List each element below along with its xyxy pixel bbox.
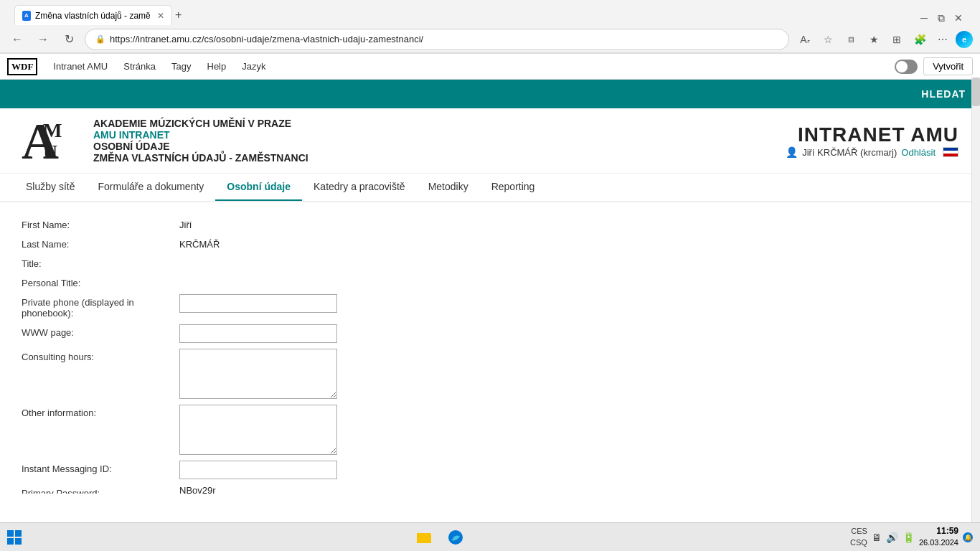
intranet-amu-title: INTRANET AMU — [798, 123, 958, 146]
extensions-btn[interactable]: 🧩 — [910, 29, 930, 50]
nav-sluzby[interactable]: Služby sítě — [14, 174, 86, 201]
instant-msg-label: Instant Messaging ID: — [22, 461, 179, 474]
taskbar-edge[interactable] — [441, 524, 470, 550]
start-btn[interactable] — [0, 523, 29, 552]
site-wrapper: WDF Intranet AMU Stránka Tagy Help Jazyk… — [0, 54, 980, 499]
amu-logo-svg: A M U — [22, 116, 79, 166]
title-row: Title: — [22, 255, 958, 269]
site-logo-text: WDF — [7, 58, 37, 75]
site-logo: A M U — [22, 116, 79, 166]
odhlasit-link[interactable]: Odhlásit — [901, 147, 936, 158]
clock-date: 26.03.2024 — [919, 537, 958, 548]
svg-text:M: M — [43, 119, 62, 141]
address-bar[interactable]: 🔒 https://intranet.amu.cz/cs/osobni-udaj… — [85, 29, 789, 50]
title-label: Title: — [22, 255, 179, 269]
tab-title: Změna vlastních údajů - zaměstn... — [35, 11, 150, 21]
admin-intranet-amu[interactable]: Intranet AMU — [46, 57, 115, 76]
first-name-row: First Name: Jiří — [22, 217, 958, 230]
other-info-textarea[interactable] — [179, 405, 337, 455]
first-name-value: Jiří — [179, 217, 192, 230]
clock-time: 11:59 — [919, 525, 958, 537]
restore-btn[interactable]: ⧉ — [934, 11, 948, 25]
admin-help[interactable]: Help — [200, 57, 234, 76]
taskbar-explorer[interactable] — [410, 524, 438, 550]
nav-reporting[interactable]: Reporting — [480, 174, 547, 201]
url-text: https://intranet.amu.cz/cs/osobni-udaje/… — [110, 34, 423, 44]
section-name: OSOBNÍ ÚDAJE — [93, 141, 170, 152]
scrollbar-thumb[interactable] — [972, 77, 980, 106]
intranet-link[interactable]: AMU INTRANET — [93, 129, 786, 141]
other-info-label: Other information: — [22, 405, 179, 418]
tab-favicon: A — [22, 11, 31, 21]
taskbar-volume-icon[interactable]: 🔊 — [886, 532, 898, 543]
taskbar: CES CSQ 🖥 🔊 🔋 11:59 26.03.2024 🔔 — [0, 522, 980, 551]
primary-password-label: Primary Password: — [22, 485, 179, 494]
consulting-hours-row: Consulting hours: — [22, 349, 958, 399]
title-bar: A Změna vlastních údajů - zaměstn... ✕ +… — [0, 0, 980, 26]
consulting-hours-textarea[interactable] — [179, 349, 337, 399]
taskbar-clock[interactable]: 11:59 26.03.2024 — [919, 525, 958, 548]
lang-text: CES CSQ — [850, 527, 867, 546]
private-phone-input[interactable] — [179, 294, 337, 313]
bookmark-btn[interactable]: ☆ — [818, 29, 838, 50]
www-page-input[interactable] — [179, 324, 337, 343]
svg-rect-3 — [7, 530, 14, 537]
browser-chrome: A Změna vlastních údajů - zaměstn... ✕ +… — [0, 0, 980, 54]
primary-password-row: Primary Password: NBov29r — [22, 485, 958, 494]
vytvorit-btn[interactable]: Vytvořit — [923, 57, 973, 75]
tab-bar: A Změna vlastních údajů - zaměstn... ✕ +… — [7, 1, 973, 25]
nav-metodiky[interactable]: Metodiky — [417, 174, 480, 201]
taskbar-right: CES CSQ 🖥 🔊 🔋 11:59 26.03.2024 🔔 — [850, 525, 980, 548]
explorer-icon — [415, 529, 433, 546]
split-btn[interactable]: ⧈ — [841, 29, 861, 50]
admin-jazyk[interactable]: Jazyk — [235, 57, 273, 76]
scrollbar-track[interactable] — [971, 77, 980, 522]
favorites-btn[interactable]: ★ — [864, 29, 884, 50]
svg-rect-9 — [417, 533, 423, 535]
read-mode-btn[interactable]: Aᵣ — [795, 29, 815, 50]
instant-msg-input[interactable] — [179, 461, 337, 479]
edge-icon: e — [956, 31, 973, 48]
notification-badge[interactable]: 🔔 — [963, 532, 973, 542]
reload-btn[interactable]: ↻ — [59, 29, 79, 50]
admin-stranka[interactable]: Stránka — [116, 57, 163, 76]
admin-tagy[interactable]: Tagy — [164, 57, 198, 76]
private-phone-label: Private phone (displayed in phonebook): — [22, 294, 179, 319]
tab-close-btn[interactable]: ✕ — [157, 11, 164, 21]
more-btn[interactable]: ⋯ — [933, 29, 953, 50]
consulting-hours-label: Consulting hours: — [22, 349, 179, 362]
theme-toggle[interactable] — [895, 60, 918, 74]
last-name-value: KRČMÁŘ — [179, 236, 220, 250]
page-subtitle: ZMĚNA VLASTNÍCH ÚDAJŮ - ZAMĚSTNANCI — [93, 152, 308, 164]
primary-password-value: NBov29r — [179, 485, 216, 494]
new-tab-btn[interactable]: + — [175, 5, 182, 25]
nav-osobni-udaje[interactable]: Osobní údaje — [215, 174, 302, 201]
lock-icon: 🔒 — [95, 34, 105, 44]
collections-btn[interactable]: ⊞ — [887, 29, 907, 50]
site-title-block: AKADEMIE MÚZICKÝCH UMĚNÍ V PRAZE AMU INT… — [93, 118, 786, 164]
user-icon: 👤 — [786, 146, 798, 158]
forward-btn[interactable]: → — [33, 29, 53, 50]
svg-rect-5 — [7, 538, 14, 545]
address-bar-row: ← → ↻ 🔒 https://intranet.amu.cz/cs/osobn… — [0, 26, 980, 53]
close-btn[interactable]: ✕ — [951, 11, 966, 25]
content-area: First Name: Jiří Last Name: KRČMÁŘ Title… — [0, 202, 980, 494]
minimize-btn[interactable]: ─ — [917, 11, 931, 25]
language-indicator: CES CSQ — [850, 526, 867, 548]
flag-icon — [943, 147, 958, 157]
site-header: A M U AKADEMIE MÚZICKÝCH UMĚNÍ V PRAZE A… — [0, 108, 980, 174]
taskbar-monitor-icon[interactable]: 🖥 — [872, 532, 882, 543]
active-tab[interactable]: A Změna vlastních údajů - zaměstn... ✕ — [14, 5, 172, 25]
last-name-label: Last Name: — [22, 236, 179, 250]
taskbar-battery-icon[interactable]: 🔋 — [903, 532, 915, 543]
hledat-btn[interactable]: HLEDAT — [921, 88, 966, 100]
nav-katedry[interactable]: Katedry a pracoviště — [302, 174, 417, 201]
form-table: First Name: Jiří Last Name: KRČMÁŘ Title… — [22, 217, 958, 494]
user-display-name: Jiří KRČMÁŘ (krcmarj) — [802, 147, 897, 158]
svg-rect-6 — [15, 538, 22, 545]
www-page-label: WWW page: — [22, 324, 179, 338]
www-page-row: WWW page: — [22, 324, 958, 343]
site-header-right: INTRANET AMU 👤 Jiří KRČMÁŘ (krcmarj) Odh… — [786, 123, 958, 158]
nav-formulare[interactable]: Formuláře a dokumenty — [86, 174, 215, 201]
back-btn[interactable]: ← — [7, 29, 27, 50]
